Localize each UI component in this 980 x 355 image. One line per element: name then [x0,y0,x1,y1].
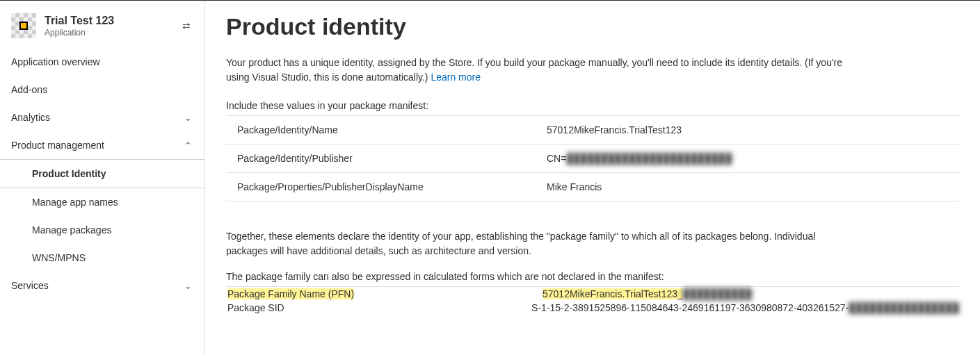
sidebar-item-analytics[interactable]: Analytics ⌄ [0,104,204,131]
manifest-key: Package/Identity/Name [237,124,547,135]
sidebar-item-product-identity[interactable]: Product Identity [0,159,204,188]
sidebar-item-label: Manage packages [32,224,111,236]
sidebar-item-manage-app-names[interactable]: Manage app names [0,188,204,216]
sidebar-item-label: Application overview [11,56,100,67]
sidebar-item-label: Product Identity [32,168,106,179]
sidebar-nav: Application overview Add-ons Analytics ⌄… [0,48,204,299]
app-icon [11,13,36,38]
description: Your product has a unique identity, assi… [226,56,845,85]
sidebar-item-application-overview[interactable]: Application overview [0,48,204,76]
chevron-up-icon: ⌃ [182,140,193,151]
manifest-value: CN=████████████████████████ [547,153,954,164]
value-redacted: ████████████████ [849,302,959,313]
sidebar-item-manage-packages[interactable]: Manage packages [0,216,204,244]
learn-more-link[interactable]: Learn more [431,72,481,83]
manifest-value: 57012MikeFrancis.TrialTest123 [547,124,954,135]
value-prefix: CN= [547,153,566,164]
table-row: Package/Properties/PublisherDisplayName … [226,173,959,201]
sidebar-item-label: Services [11,280,49,291]
calc-table: Package Family Name (PFN) 57012MikeFranc… [226,286,959,315]
manifest-table: Package/Identity/Name 57012MikeFrancis.T… [226,115,959,201]
calc-key: Package SID [227,302,531,313]
sidebar: Trial Test 123 Application ⇄ Application… [0,1,205,355]
app-title-block: Trial Test 123 Application [45,14,171,37]
calc-intro: The package family can also be expressed… [226,271,959,282]
swap-icon[interactable]: ⇄ [179,17,193,34]
sidebar-item-label: Analytics [11,112,50,123]
table-row: Package/Identity/Publisher CN=██████████… [226,145,959,173]
sidebar-item-product-management[interactable]: Product management ⌃ [0,131,204,159]
app-title: Trial Test 123 [45,14,171,27]
manifest-intro: Include these values in your package man… [226,100,959,111]
value-prefix: 57012MikeFrancis.TrialTest123_ [543,288,683,299]
chevron-down-icon: ⌄ [182,113,193,123]
table-row: Package/Identity/Name 57012MikeFrancis.T… [226,116,959,145]
table-row: Package SID S-1-15-2-3891525896-11508464… [226,301,959,315]
highlight: Package Family Name (PFN) [227,288,354,299]
page-title: Product identity [226,13,959,40]
value-prefix: S-1-15-2-3891525896-115084643-2469161197… [531,302,849,313]
app-subtitle: Application [45,28,171,38]
sidebar-item-wns-mpns[interactable]: WNS/MPNS [0,244,204,272]
sidebar-header: Trial Test 123 Application ⇄ [0,6,204,48]
sidebar-item-label: Add-ons [11,84,47,95]
sidebar-item-label: Product management [11,140,104,151]
description-text: Your product has a unique identity, assi… [226,57,842,83]
table-row: Package Family Name (PFN) 57012MikeFranc… [226,287,959,301]
manifest-key: Package/Identity/Publisher [237,153,547,164]
value-redacted: ████████████████████████ [566,153,732,164]
main-content: Product identity Your product has a uniq… [205,1,980,355]
calc-value: 57012MikeFrancis.TrialTest123_██████████ [543,288,959,299]
sidebar-item-services[interactable]: Services ⌄ [0,272,204,299]
highlight: 57012MikeFrancis.TrialTest123_ [543,288,683,299]
manifest-key: Package/Properties/PublisherDisplayName [237,181,547,192]
calc-key: Package Family Name (PFN) [227,288,543,299]
sidebar-item-add-ons[interactable]: Add-ons [0,76,204,104]
calc-value: S-1-15-2-3891525896-115084643-2469161197… [531,302,959,313]
value-redacted: ██████████ [683,288,752,299]
together-paragraph: Together, these elements declare the ide… [226,229,852,258]
manifest-value: Mike Francis [547,181,954,192]
sidebar-item-label: Manage app names [32,197,118,208]
chevron-down-icon: ⌄ [182,281,193,291]
sidebar-item-label: WNS/MPNS [32,252,86,263]
